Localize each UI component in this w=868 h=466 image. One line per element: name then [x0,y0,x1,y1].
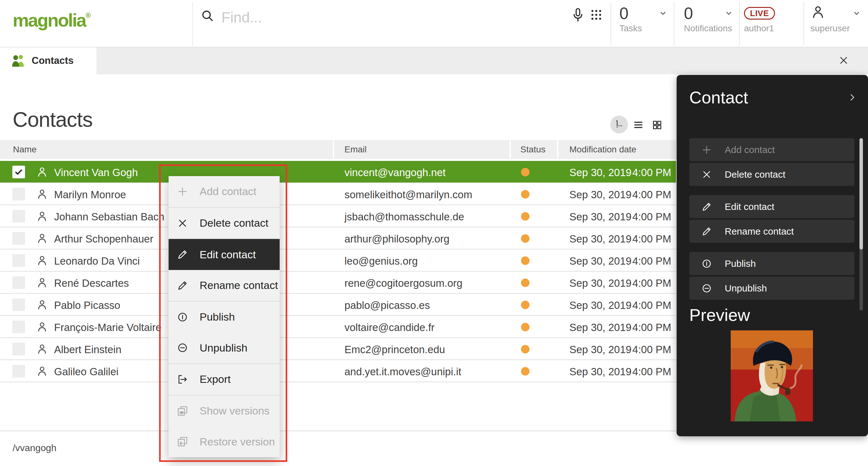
contact-email: vincent@vangogh.net [344,167,446,179]
table-row[interactable]: René Descartes rene@cogitoergosum.org Se… [0,272,676,294]
row-checkbox[interactable] [12,254,25,267]
tasks-label: Tasks [619,23,642,34]
restore-version-icon [177,436,188,447]
tree-view-toggle[interactable] [610,116,628,133]
row-checkbox[interactable] [12,321,25,333]
chevron-down-icon[interactable] [724,9,733,19]
close-icon[interactable] [838,55,849,67]
column-header-status[interactable]: Status [511,140,557,159]
contact-name: François-Marie Voltaire [54,322,161,334]
chevron-down-icon[interactable] [659,9,668,19]
cross-icon [701,169,712,180]
tree-view-icon [614,119,624,130]
context-menu-item[interactable]: Unpublish [168,332,280,363]
notifications-label: Notifications [684,23,732,34]
registered-mark: ® [86,11,91,19]
panel-actions: Add contact Delete contact Edit contact … [689,138,855,301]
panel-action-button[interactable]: Delete contact [689,163,855,186]
modification-time: 4:00 PM [632,233,671,245]
row-checkbox[interactable] [12,276,25,289]
table-row[interactable]: Johann Sebastian Bach jsbach@thomasschul… [0,205,676,227]
tab-contacts[interactable]: Contacts [0,47,96,74]
row-checkbox[interactable] [12,298,25,311]
row-checkbox[interactable] [12,232,25,245]
contact-email: leo@genius.org [344,255,418,267]
context-menu-item-label: Show versions [199,405,270,417]
panel-action-button[interactable]: Add contact [689,138,855,161]
pencil-icon [177,249,188,260]
modification-date: Sep 30, 2019 [569,255,631,267]
table-row[interactable]: Vincent Van Gogh vincent@vangogh.net Sep… [0,161,676,183]
modification-time: 4:00 PM [632,211,671,223]
contact-email: pablo@picasso.es [344,299,430,311]
modification-time: 4:00 PM [632,366,671,378]
column-header-modification-date[interactable]: Modification date [558,140,676,159]
status-dot [521,212,530,221]
contact-name: Vincent Van Gogh [54,167,138,179]
row-checkbox[interactable] [12,188,25,200]
context-menu: Add contact Delete contact Edit contact … [168,176,280,457]
context-menu-item[interactable]: Show versions [168,396,280,427]
row-checkbox[interactable] [12,365,25,377]
status-dot [521,367,530,375]
unpublish-icon [701,283,712,294]
notifications-count: 0 [684,4,693,23]
context-menu-item-label: Add contact [199,185,256,198]
search-input[interactable] [221,7,554,28]
live-badge: LIVE [744,7,775,20]
status-dot [521,345,530,354]
preview-image [731,330,813,422]
column-header-name[interactable]: Name [0,140,333,159]
microphone-icon[interactable] [570,7,586,24]
header-divider [192,2,193,45]
table-row[interactable]: Pablo Picasso pablo@picasso.es Sep 30, 2… [0,294,676,316]
context-menu-item-label: Export [199,373,230,386]
table-row[interactable]: Arthur Schopenhauer arthur@philosophy.or… [0,227,676,249]
header-divider [803,2,804,45]
modification-date: Sep 30, 2019 [569,277,631,289]
table-row[interactable]: Leonardo Da Vinci leo@genius.org Sep 30,… [0,249,676,272]
panel-action-button[interactable]: Edit contact [689,195,855,218]
person-icon [36,210,48,224]
context-menu-item[interactable]: Edit contact [168,239,280,270]
export-icon [177,374,188,385]
action-panel: Contact Add contact Delete contact Edit … [677,75,868,436]
tasks-count: 0 [619,4,628,23]
panel-action-button[interactable]: Rename contact [689,220,855,243]
context-menu-item[interactable]: Restore version [168,426,280,457]
contact-email: Emc2@princeton.edu [344,344,445,356]
row-checkbox[interactable] [12,210,25,223]
app-launcher-icon[interactable] [590,8,603,23]
table-row[interactable]: François-Marie Voltaire voltaire@candide… [0,316,676,338]
person-icon [36,343,48,356]
column-header-email[interactable]: Email [334,140,509,159]
context-menu-item[interactable]: Export [168,364,280,395]
list-view-toggle[interactable] [633,120,644,132]
modification-date: Sep 30, 2019 [569,344,631,356]
panel-action-button[interactable]: Unpublish [689,277,855,300]
chevron-right-icon[interactable] [847,93,857,103]
show-versions-icon [177,405,188,417]
tab-label: Contacts [32,55,74,66]
panel-action-button[interactable]: Publish [689,252,855,275]
status-dot [521,168,530,176]
app-root: magnolia® 0 Tasks 0 Notifications LIVE a… [0,0,868,466]
context-menu-item[interactable]: Delete contact [168,208,280,239]
user-label: superuser [810,23,850,34]
context-menu-item[interactable]: Publish [168,302,280,333]
preview-title: Preview [689,305,750,325]
row-checkbox[interactable] [12,166,25,178]
table-row[interactable]: Albert Einstein Emc2@princeton.edu Sep 3… [0,338,676,360]
person-icon [36,299,48,312]
panel-scrollbar-thumb[interactable] [860,138,863,249]
table-row[interactable]: Galileo Galilei and.yet.it.moves@unipi.i… [0,360,676,382]
context-menu-item[interactable]: Add contact [168,176,280,207]
row-checkbox[interactable] [12,343,25,355]
contacts-table: Vincent Van Gogh vincent@vangogh.net Sep… [0,161,676,382]
context-menu-item[interactable]: Rename contact [168,270,280,301]
table-row[interactable]: Marilyn Monroe somelikeithot@marilyn.com… [0,183,676,205]
pencil-icon [701,201,712,212]
plus-icon [177,186,188,197]
chevron-down-icon[interactable] [852,9,861,19]
thumbnail-view-toggle[interactable] [652,120,662,132]
